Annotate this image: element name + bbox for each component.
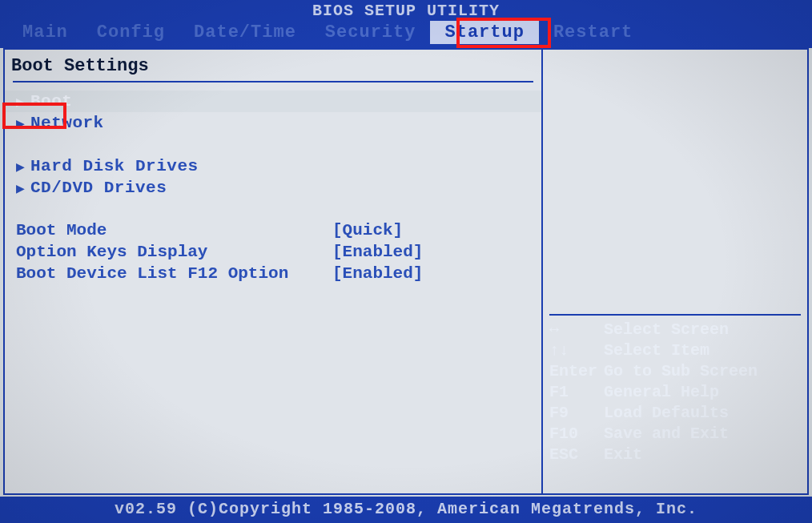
submenu-label: CD/DVD Drives [30,179,167,197]
help-key: Enter [549,362,604,383]
help-key: F10 [549,424,604,445]
help-key: ↑↓ [549,341,604,362]
submenu-network[interactable]: ▶ Network [5,112,541,134]
footer-bar: v02.59 (C)Copyright 1985-2008, American … [0,497,812,523]
help-esc: ESC Exit [549,445,801,466]
setting-value: [Quick] [332,221,403,241]
tab-datetime[interactable]: Date/Time [179,21,311,44]
main-area: Boot Settings ▶ Boot ▶ Network ▶ Hard Di… [3,48,809,495]
section-heading: Boot Settings [5,56,541,81]
help-desc: Select Item [604,341,709,362]
setting-value: [Enabled] [332,243,423,263]
help-select-item: ↑↓ Select Item [549,341,801,362]
help-key: ↔ [549,320,604,341]
help-key: F1 [549,383,604,404]
help-desc: Select Screen [604,320,729,341]
triangle-icon: ▶ [16,115,30,132]
help-key: ESC [549,445,604,466]
triangle-icon: ▶ [16,93,30,111]
submenu-label: Network [30,114,104,132]
help-f10: F10 Save and Exit [549,424,801,445]
setting-label: Boot Device List F12 Option [16,264,332,284]
help-f1: F1 General Help [549,383,801,404]
setting-value: [Enabled] [332,264,423,284]
spacer [5,199,541,220]
title-bar: BIOS SETUP UTILITY [0,0,812,21]
setting-boot-mode[interactable]: Boot Mode [Quick] [5,220,541,242]
help-desc: Exit [604,445,642,466]
left-pane: Boot Settings ▶ Boot ▶ Network ▶ Hard Di… [5,50,543,493]
submenu-hard-disk-drives[interactable]: ▶ Hard Disk Drives [5,155,541,177]
setting-label: Option Keys Display [16,243,332,263]
footer-text: v02.59 (C)Copyright 1985-2008, American … [115,500,697,518]
help-desc: General Help [604,383,719,404]
tab-security[interactable]: Security [311,21,431,44]
submenu-cd-dvd-drives[interactable]: ▶ CD/DVD Drives [5,177,541,199]
setting-boot-device-list-f12[interactable]: Boot Device List F12 Option [Enabled] [5,264,541,285]
help-desc: Go to Sub Screen [604,362,758,383]
nav-tabs: Main Config Date/Time Security Startup R… [0,21,812,48]
tab-main[interactable]: Main [8,21,82,44]
help-desc: Load Defaults [604,404,729,424]
help-enter: Enter Go to Sub Screen [549,362,801,383]
spacer [5,134,541,155]
help-select-screen: ↔ Select Screen [549,320,801,341]
bios-title: BIOS SETUP UTILITY [312,2,500,20]
right-pane: ↔ Select Screen ↑↓ Select Item Enter Go … [543,50,807,493]
help-block: ↔ Select Screen ↑↓ Select Item Enter Go … [549,314,801,466]
setting-label: Boot Mode [16,221,332,241]
help-desc: Save and Exit [604,424,729,445]
heading-rule [13,81,533,82]
submenu-label: Hard Disk Drives [30,157,199,175]
triangle-icon: ▶ [16,179,30,197]
submenu-boot[interactable]: ▶ Boot [5,91,541,112]
tab-restart[interactable]: Restart [539,21,647,44]
submenu-label: Boot [30,92,72,111]
tab-config[interactable]: Config [82,21,179,44]
help-key: F9 [549,404,604,424]
tab-startup[interactable]: Startup [430,21,538,44]
triangle-icon: ▶ [16,158,30,175]
help-f9: F9 Load Defaults [549,404,801,424]
setting-option-keys-display[interactable]: Option Keys Display [Enabled] [5,242,541,264]
